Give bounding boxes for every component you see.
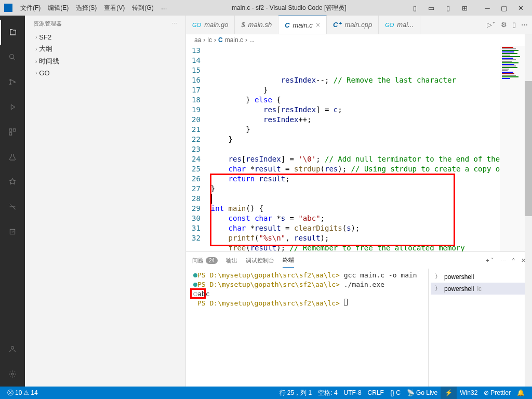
svg-rect-6 (9, 132, 12, 135)
terminal-list: 〉powershell〉powershell lc (428, 269, 532, 387)
run-icon[interactable]: ▷˅ (487, 21, 496, 29)
sb-encoding[interactable]: UTF-8 (341, 389, 365, 396)
menu-item[interactable]: … (157, 4, 171, 12)
extension-icon[interactable] (0, 219, 25, 244)
editor-body[interactable]: 1314151617181920212223242526272829303132… (186, 46, 532, 251)
tree-item[interactable]: ›大纲 (25, 43, 185, 55)
tree-item[interactable]: ›SF2 (25, 32, 185, 43)
panel-actions: + ˅ ⋯ ^ ✕ (486, 257, 526, 264)
sb-golive[interactable]: 📡 Go Live (404, 389, 441, 396)
split-icon[interactable]: ▯ (512, 21, 516, 29)
editor-tab[interactable]: $main.sh (235, 16, 278, 34)
menu-item[interactable]: 选择(S) (72, 4, 100, 12)
statusbar: ⓧ 10 ⚠ 14 行 25，列 1 空格: 4 UTF-8 CRLF {} C… (0, 387, 532, 399)
new-terminal-icon[interactable]: + ˅ (486, 257, 494, 264)
activity-bar (0, 16, 25, 387)
sidebar: 资源管理器 ⋯ ›SF2›大纲›时间线›GO (25, 16, 186, 387)
extension-icon[interactable] (0, 194, 25, 219)
chevron-right-icon: › (35, 59, 37, 64)
accounts-icon[interactable] (0, 337, 25, 362)
search-icon[interactable] (0, 45, 25, 70)
window-controls: ─ ▢ ✕ (480, 3, 528, 13)
tree-item[interactable]: ›时间线 (25, 55, 185, 68)
run-debug-icon[interactable] (0, 95, 25, 119)
panel-tab[interactable]: 调试控制台 (246, 254, 274, 268)
terminal[interactable]: PS D:\mysetup\gopath\src\sf2\aa\lc> gcc … (186, 269, 428, 387)
menu-item[interactable]: 文件(F) (17, 4, 44, 12)
svg-point-2 (10, 84, 11, 85)
layout-icon[interactable]: ⊞ (457, 3, 472, 13)
code-area[interactable]: resIndex--; // Remove the last character… (211, 46, 500, 251)
terminal-list-item[interactable]: 〉powershell (431, 271, 530, 283)
titlebar: 文件(F)编辑(E)选择(S)查看(V)转到(G)… main.c - sf2 … (0, 0, 532, 16)
vscode-icon (4, 4, 12, 12)
svg-point-9 (11, 373, 14, 375)
sb-spaces[interactable]: 空格: 4 (315, 389, 340, 397)
sb-lang[interactable]: {} C (387, 389, 404, 396)
extension-icon[interactable] (0, 169, 25, 194)
menu-bar: 文件(F)编辑(E)选择(S)查看(V)转到(G)… (17, 4, 171, 12)
editor-tab[interactable]: GOmain.go (186, 16, 235, 34)
sb-remote-icon[interactable]: ⚡ (441, 387, 457, 399)
more-icon[interactable]: ⋯ (521, 21, 528, 29)
more-icon[interactable]: ⋯ (171, 20, 177, 27)
minimize-button[interactable]: ─ (480, 3, 495, 13)
terminal-list-item[interactable]: 〉powershell lc (431, 283, 530, 295)
scrollbar-thumb[interactable] (525, 81, 532, 216)
sb-platform[interactable]: Win32 (457, 389, 481, 396)
chevron-up-icon[interactable]: ^ (512, 257, 515, 264)
scrollbar-vertical[interactable] (525, 34, 532, 387)
tree-item[interactable]: ›GO (25, 68, 185, 78)
line-gutter: 1314151617181920212223242526272829303132 (186, 46, 211, 251)
menu-item[interactable]: 转到(G) (128, 4, 157, 12)
layout-controls: ▯ ▭ ▯ ⊞ (407, 3, 472, 13)
editor-area: GOmain.go$main.shCmain.c×C⁺main.cppGOmai… (186, 16, 532, 387)
sb-errors[interactable]: ⓧ 10 ⚠ 14 (4, 389, 41, 397)
panel-tab[interactable]: 终端 (283, 253, 294, 268)
maximize-button[interactable]: ▢ (497, 3, 511, 13)
sb-eol[interactable]: CRLF (365, 389, 387, 396)
close-tab-icon[interactable]: × (316, 21, 320, 29)
terminal-line: PS D:\mysetup\gopath\src\sf2\aa\lc> (192, 299, 422, 308)
extensions-icon[interactable] (0, 119, 25, 144)
panel-tab[interactable]: 问题24 (192, 254, 218, 268)
chevron-right-icon: › (35, 70, 37, 76)
close-button[interactable]: ✕ (513, 3, 528, 13)
panel-tabs: 问题24输出调试控制台终端 + ˅ ⋯ ^ ✕ (186, 252, 532, 269)
editor-tab[interactable]: Cmain.c× (278, 16, 327, 34)
chevron-right-icon: › (35, 34, 37, 40)
layout-icon[interactable]: ▯ (407, 3, 422, 13)
svg-point-0 (10, 55, 14, 59)
menu-item[interactable]: 查看(V) (100, 4, 128, 12)
c-file-icon: C (218, 36, 223, 44)
sb-notifications-icon[interactable]: 🔔 (514, 389, 528, 396)
editor-tabs: GOmain.go$main.shCmain.c×C⁺main.cppGOmai… (186, 16, 532, 34)
tab-actions: ▷˅⚙▯⋯ (483, 16, 532, 34)
terminal-icon: 〉 (435, 284, 441, 293)
source-control-icon[interactable] (0, 70, 25, 95)
sidebar-header: 资源管理器 ⋯ (25, 16, 185, 32)
settings-icon[interactable] (0, 362, 25, 387)
svg-rect-5 (13, 129, 16, 131)
sb-position[interactable]: 行 25，列 1 (276, 389, 315, 397)
layout-icon[interactable]: ▯ (441, 3, 455, 13)
sidebar-tree: ›SF2›大纲›时间线›GO (25, 32, 185, 387)
explorer-icon[interactable] (0, 20, 25, 45)
terminal-line: abc (192, 289, 422, 299)
editor-tab[interactable]: GOmai... (379, 16, 420, 34)
terminal-line: PS D:\mysetup\gopath\src\sf2\aa\lc> gcc … (192, 271, 422, 280)
window-title: main.c - sf2 - Visual Studio Code [管理员] (171, 4, 407, 12)
breadcrumb[interactable]: aa › lc › C main.c › ... (186, 34, 532, 46)
editor-tab[interactable]: C⁺main.cpp (327, 16, 379, 34)
bottom-panel: 问题24输出调试控制台终端 + ˅ ⋯ ^ ✕ PS D:\mysetup\go… (186, 251, 532, 387)
panel-tab[interactable]: 输出 (226, 254, 237, 268)
svg-rect-4 (9, 129, 12, 131)
layout-icon[interactable]: ▭ (424, 3, 438, 13)
gear-icon[interactable]: ⚙ (501, 21, 507, 29)
sb-prettier[interactable]: ⊘ Prettier (481, 389, 514, 396)
svg-point-1 (10, 79, 11, 81)
menu-item[interactable]: 编辑(E) (44, 4, 72, 12)
testing-icon[interactable] (0, 144, 25, 169)
more-icon[interactable]: ⋯ (500, 257, 506, 264)
terminal-icon: 〉 (435, 272, 441, 281)
